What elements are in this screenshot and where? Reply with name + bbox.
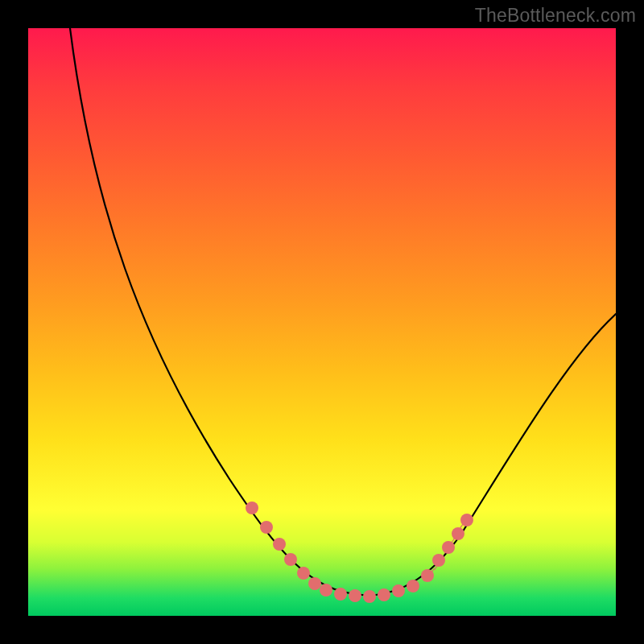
watermark-text: TheBottleneck.com [475,5,636,27]
marker-dot [349,589,361,602]
marker-dot [260,521,273,534]
marker-dot [320,584,332,597]
marker-dot [273,538,286,551]
marker-dot [442,541,455,554]
marker-dot [460,514,473,526]
chart-frame [28,28,616,616]
marker-dot [392,584,405,597]
marker-dots [246,502,473,603]
marker-dot [297,567,310,580]
marker-dot [452,527,464,540]
marker-dot [334,588,347,601]
marker-dot [378,588,390,601]
bottleneck-curve [70,28,616,595]
marker-dot [421,569,434,582]
marker-dot [407,580,419,592]
marker-dot [432,554,445,567]
marker-dot [284,553,297,566]
marker-dot [246,502,258,514]
marker-dot [308,577,321,590]
marker-dot [363,590,376,603]
curve-svg [28,28,616,616]
